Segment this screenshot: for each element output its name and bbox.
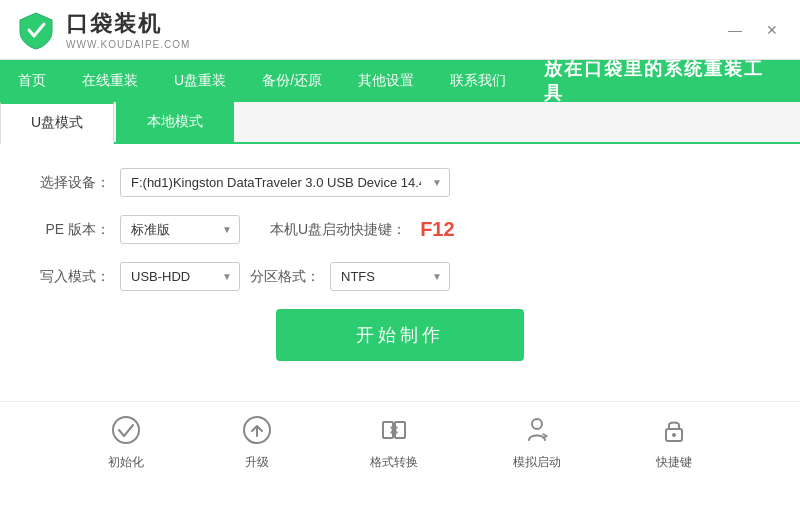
tool-simulate-label: 模拟启动 xyxy=(513,454,561,471)
bottom-tools: 初始化 升级 格式转换 xyxy=(0,401,800,481)
window-controls: — ✕ xyxy=(722,20,784,40)
partition-select-wrapper: NTFS xyxy=(330,262,450,291)
device-row: 选择设备： F:(hd1)Kingston DataTraveler 3.0 U… xyxy=(40,168,760,197)
pe-row: PE 版本： 标准版 本机U盘启动快捷键： F12 xyxy=(40,215,760,244)
simulate-icon xyxy=(519,412,555,448)
nav-item-settings[interactable]: 其他设置 xyxy=(340,60,432,102)
nav-item-home[interactable]: 首页 xyxy=(0,60,64,102)
tool-upgrade[interactable]: 升级 xyxy=(239,412,275,471)
device-label: 选择设备： xyxy=(40,174,110,192)
nav-item-usb-reinstall[interactable]: U盘重装 xyxy=(156,60,244,102)
tool-init[interactable]: 初始化 xyxy=(108,412,144,471)
tab-usb-mode[interactable]: U盘模式 xyxy=(0,102,114,144)
logo-text-area: 口袋装机 WWW.KOUDAIPE.COM xyxy=(66,9,190,50)
write-row: 写入模式： USB-HDD 分区格式： NTFS xyxy=(40,262,760,291)
start-button-wrap: 开始制作 xyxy=(40,309,760,361)
write-select[interactable]: USB-HDD xyxy=(120,262,240,291)
pe-label: PE 版本： xyxy=(40,221,110,239)
svg-rect-3 xyxy=(395,422,405,438)
tool-format-label: 格式转换 xyxy=(370,454,418,471)
tool-format[interactable]: 格式转换 xyxy=(370,412,418,471)
content-area: U盘模式 本地模式 选择设备： F:(hd1)Kingston DataTrav… xyxy=(0,102,800,510)
nav-item-backup[interactable]: 备份/还原 xyxy=(244,60,340,102)
nav-items: 首页 在线重装 U盘重装 备份/还原 其他设置 联系我们 xyxy=(0,60,524,102)
device-select-wrapper: F:(hd1)Kingston DataTraveler 3.0 USB Dev… xyxy=(120,168,450,197)
shortcut-key: F12 xyxy=(420,218,454,241)
format-icon xyxy=(376,412,412,448)
partition-select[interactable]: NTFS xyxy=(330,262,450,291)
svg-rect-2 xyxy=(383,422,393,438)
form-area: 选择设备： F:(hd1)Kingston DataTraveler 3.0 U… xyxy=(0,144,800,401)
nav-tagline: 放在口袋里的系统重装工具 xyxy=(524,60,800,102)
close-button[interactable]: ✕ xyxy=(760,20,784,40)
tab-bar: U盘模式 本地模式 xyxy=(0,102,800,144)
lock-icon xyxy=(656,412,692,448)
tool-init-label: 初始化 xyxy=(108,454,144,471)
write-label: 写入模式： xyxy=(40,268,110,286)
pe-select-wrapper: 标准版 xyxy=(120,215,240,244)
app-title: 口袋装机 xyxy=(66,9,190,39)
check-circle-icon xyxy=(108,412,144,448)
write-select-wrapper: USB-HDD xyxy=(120,262,240,291)
pe-select[interactable]: 标准版 xyxy=(120,215,240,244)
minimize-button[interactable]: — xyxy=(722,20,748,40)
svg-point-6 xyxy=(672,433,676,437)
partition-label: 分区格式： xyxy=(250,268,320,286)
tool-shortcut[interactable]: 快捷键 xyxy=(656,412,692,471)
app-url: WWW.KOUDAIPE.COM xyxy=(66,39,190,50)
nav-bar: 首页 在线重装 U盘重装 备份/还原 其他设置 联系我们 放在口袋里的系统重装工… xyxy=(0,60,800,102)
tab-local-mode[interactable]: 本地模式 xyxy=(116,102,234,142)
svg-point-0 xyxy=(113,417,139,443)
shortcut-label: 本机U盘启动快捷键： xyxy=(270,221,406,239)
nav-item-contact[interactable]: 联系我们 xyxy=(432,60,524,102)
nav-item-online-reinstall[interactable]: 在线重装 xyxy=(64,60,156,102)
logo-area: 口袋装机 WWW.KOUDAIPE.COM xyxy=(16,9,190,50)
upload-icon xyxy=(239,412,275,448)
svg-point-4 xyxy=(532,419,542,429)
title-bar: 口袋装机 WWW.KOUDAIPE.COM — ✕ xyxy=(0,0,800,60)
logo-icon xyxy=(16,10,56,50)
device-select[interactable]: F:(hd1)Kingston DataTraveler 3.0 USB Dev… xyxy=(120,168,450,197)
tool-upgrade-label: 升级 xyxy=(245,454,269,471)
tool-shortcut-label: 快捷键 xyxy=(656,454,692,471)
start-button[interactable]: 开始制作 xyxy=(276,309,524,361)
tool-simulate[interactable]: 模拟启动 xyxy=(513,412,561,471)
